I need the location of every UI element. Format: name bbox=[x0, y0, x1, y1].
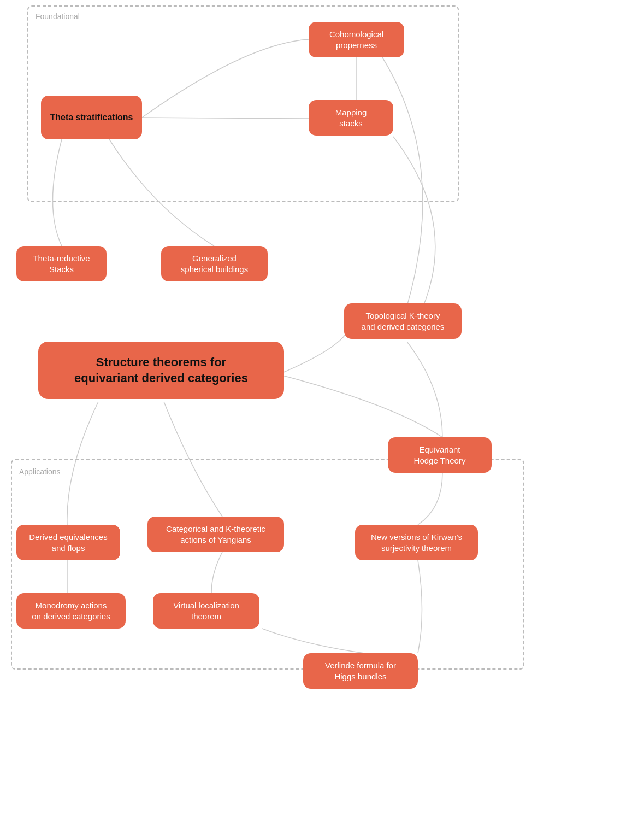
categorical-k-node[interactable]: Categorical and K-theoreticactions of Ya… bbox=[147, 517, 284, 552]
virtual-local-node[interactable]: Virtual localizationtheorem bbox=[153, 593, 259, 629]
gen-spherical-node[interactable]: Generalizedspherical buildings bbox=[161, 246, 268, 281]
mapping-stacks-node[interactable]: Mappingstacks bbox=[309, 100, 393, 136]
main-node[interactable]: Structure theorems forequivariant derive… bbox=[38, 342, 284, 399]
theta-reductive-node[interactable]: Theta-reductiveStacks bbox=[16, 246, 107, 281]
verlinde-node[interactable]: Verlinde formula forHiggs bundles bbox=[303, 653, 418, 689]
foundational-label: Foundational bbox=[36, 12, 80, 21]
diagram-container: Foundational Applications bbox=[0, 0, 644, 827]
equivariant-hodge-node[interactable]: EquivariantHodge Theory bbox=[388, 437, 492, 473]
new-versions-node[interactable]: New versions of Kirwan'ssurjectivity the… bbox=[355, 525, 478, 560]
derived-equiv-node[interactable]: Derived equivalencesand flops bbox=[16, 525, 120, 560]
applications-box bbox=[11, 459, 524, 670]
applications-label: Applications bbox=[19, 467, 61, 476]
monodromy-node[interactable]: Monodromy actionson derived categories bbox=[16, 593, 126, 629]
theta-strat-node[interactable]: Theta stratifications bbox=[41, 96, 142, 139]
topological-ktheory-node[interactable]: Topological K-theoryand derived categori… bbox=[344, 303, 462, 339]
cohomological-node[interactable]: Cohomologicalproperness bbox=[309, 22, 404, 57]
